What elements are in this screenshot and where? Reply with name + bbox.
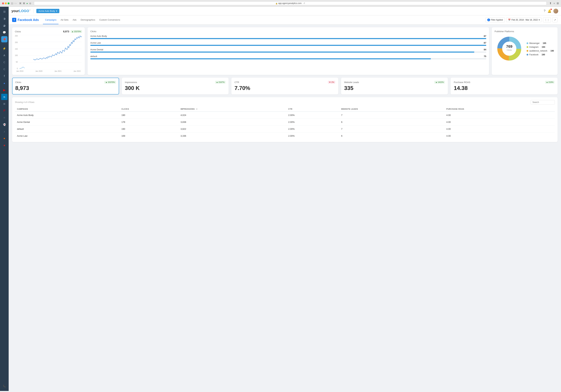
help-icon[interactable]: ?	[544, 9, 545, 13]
metric-ctr[interactable]: CTR ▼ 2% 7.70%	[231, 78, 338, 95]
table-row-count: Showing 4 of 4 Rows	[15, 101, 34, 104]
user-avatar[interactable]	[553, 9, 558, 13]
notification-badge	[550, 9, 552, 10]
new-tab-icon[interactable]: +	[553, 2, 555, 5]
tab-demographics[interactable]: Demographics	[79, 16, 97, 24]
nav-back-btn[interactable]: ‹	[14, 2, 15, 5]
tab-custom-conversions[interactable]: Custom Conversions	[97, 16, 122, 24]
metric-website-leads[interactable]: Website Leads ▲ 1422% 335	[341, 78, 448, 95]
tab-campaigns[interactable]: Campaigns	[43, 16, 58, 24]
sidebar-icon-chat[interactable]: 💬	[1, 29, 7, 35]
lock-icon: 🔒	[275, 2, 278, 4]
bar-item-2: Acme Dental 84	[90, 48, 486, 53]
tab-ads[interactable]: Ads	[71, 16, 79, 24]
table-thead: CAMPAIGN CLICKS IMPRESSIONS ▼ CTR WEBSIT…	[15, 106, 555, 112]
line-chart-value: 8,973	[63, 30, 69, 33]
cell-roas: 4.00	[444, 133, 555, 139]
legend-audience-network: auddience_network 190	[527, 50, 554, 52]
col-impressions[interactable]: IMPRESSIONS ▼	[178, 106, 286, 112]
sidebar-icon-google-ads[interactable]: ▲	[1, 80, 7, 86]
filter-btn[interactable]: 1 Filter Applied	[485, 18, 505, 22]
sidebar-icon-tiktok[interactable]: ♪	[1, 128, 7, 135]
table-search-input[interactable]	[530, 100, 555, 105]
cell-campaign: default	[15, 126, 119, 133]
fullscreen-window-btn[interactable]	[8, 2, 10, 4]
sidebar-icon-a[interactable]: A	[1, 52, 7, 58]
table-header-row: CAMPAIGN CLICKS IMPRESSIONS ▼ CTR WEBSIT…	[15, 106, 555, 112]
date-range-text: Feb 20, 2018 - Mar 16, 2022	[511, 19, 538, 21]
minimize-window-btn[interactable]	[5, 2, 7, 4]
sidebar-icon-pinterest[interactable]: P	[1, 108, 7, 114]
app-logo: yourLOGO™	[11, 9, 31, 13]
table-tbody: Acme Auto Body 190 4,024 2.00% 7 4.00 Ac…	[15, 112, 555, 139]
share-icon[interactable]: ⬆	[550, 2, 552, 5]
cell-campaign: Acme Auto Body	[15, 112, 119, 119]
cell-roas: 4.00	[444, 126, 555, 133]
browser-traffic-lights	[2, 2, 10, 4]
browser-chrome: ⊟ ‹ › ⌘ ⌘ ● ⊙ 🔒 app.agencyanalytics.com …	[0, 0, 561, 7]
filter-label: Filter Applied	[491, 19, 503, 21]
cell-clicks: 178	[119, 119, 178, 126]
notification-btn[interactable]: 🔔	[548, 9, 551, 13]
content-area: Clicks 8,973 ▲ 15370% 250 200	[9, 25, 561, 145]
cell-ctr: 2.00%	[286, 133, 339, 139]
sidebar-icon-microsoft[interactable]: ⊞	[1, 101, 7, 107]
app-container: ⊞ ◑ ◕ 💬 📌 ⚡ A C C f ▲ ▶ in ⊞ P ○ 👻 ♪ ● ★…	[0, 7, 561, 391]
date-range-btn[interactable]: 📅 Feb 20, 2018 - Mar 16, 2022 ▾	[506, 18, 542, 22]
col-website-leads: WEBSITE LEADS	[339, 106, 444, 112]
columns-icon-btn[interactable]: ⋮⋮	[543, 18, 551, 22]
nav-forward-btn[interactable]: ›	[15, 2, 16, 5]
sidebar-icon-dashboard[interactable]: ◑	[1, 15, 7, 22]
sidebar-icon-yelp[interactable]: ★	[1, 142, 7, 148]
cell-campaign: Acme Dental	[15, 119, 119, 126]
cell-impressions: 3,822	[178, 126, 286, 133]
tab-ad-sets[interactable]: Ad Sets	[58, 16, 71, 24]
audience-network-dot	[527, 50, 528, 52]
share-btn[interactable]: ↗	[552, 18, 558, 22]
sidebar-icon-bolt[interactable]: ⚡	[1, 45, 7, 52]
sidebar-icon-c2[interactable]: C	[1, 66, 7, 72]
client-selector[interactable]: Acme Auto Body ▾	[36, 9, 59, 13]
client-name: Acme Auto Body	[38, 10, 55, 12]
cell-impressions: 3,838	[178, 119, 286, 126]
y-axis: 250 200 150 100 50 0	[15, 35, 19, 70]
page-header-right: 1 Filter Applied 📅 Feb 20, 2018 - Mar 16…	[485, 18, 558, 22]
legend-messenger: Messenger 195	[527, 42, 554, 44]
metric-clicks[interactable]: Clicks ▲ 15370% 8,973	[12, 78, 119, 95]
donut-container: 769 Clicks Messenger 195	[495, 35, 555, 63]
table-row: Acme Dental 178 3,838 2.00% 6 4.00	[15, 119, 555, 126]
x-axis-labels: Jan 2019 Jan 2020 Jan 2021 Jan 2022	[15, 70, 82, 72]
clicks-bar-chart-card: Clicks Acme Auto Body 87	[87, 27, 489, 75]
sidebar-icon-snapchat[interactable]: 👻	[1, 121, 7, 128]
main-content: Clicks 8,973 ▲ 15370% 250 200	[9, 25, 561, 391]
messenger-dot	[527, 42, 528, 44]
bar-item-3: default 75	[90, 55, 486, 59]
sidebar-icon-c1[interactable]: C	[1, 59, 7, 65]
sidebar-icon-circle2[interactable]: ●	[1, 135, 7, 141]
sidebar-toggle-btn[interactable]: ⊟	[11, 2, 13, 5]
sidebar-icon-circle[interactable]: ○	[1, 115, 7, 121]
sidebar-icon-phone[interactable]: 📞	[1, 383, 7, 389]
tab-grid-icon[interactable]: ⊞	[557, 2, 559, 5]
instagram-dot	[527, 46, 528, 48]
close-window-btn[interactable]	[2, 2, 4, 4]
address-bar[interactable]: 🔒 app.agencyanalytics.com ↺	[34, 1, 547, 5]
cell-impressions: 4,024	[178, 112, 286, 119]
col-ctr: CTR	[286, 106, 339, 112]
line-chart-title: Clicks	[15, 30, 21, 33]
facebook-logo: f	[12, 18, 16, 22]
donut-legend: Messenger 195 Instagram 194	[527, 42, 554, 56]
sidebar-divider-1	[1, 44, 8, 44]
metric-purchase-roas[interactable]: Purchase ROAS ▲ 219% 14.38	[451, 78, 558, 95]
bar-item-1: Acme Law 87	[90, 42, 486, 46]
sidebar-icon-home[interactable]: ⊞	[1, 9, 7, 15]
sidebar-icon-linkedin[interactable]: in	[1, 94, 7, 100]
sidebar-icon-facebook[interactable]: f	[1, 73, 7, 79]
sidebar-icon-play[interactable]: ▶	[1, 87, 7, 93]
sidebar-icon-piechart[interactable]: ◕	[1, 22, 7, 29]
legend-facebook: Facebook 190	[527, 53, 554, 56]
bookmark4-icon: ⊙	[29, 2, 31, 5]
reload-icon[interactable]: ↺	[303, 2, 305, 4]
metric-impressions[interactable]: Impressions ▲ 2167% 300 K	[122, 78, 229, 95]
sidebar-icon-pin[interactable]: 📌	[1, 36, 7, 42]
